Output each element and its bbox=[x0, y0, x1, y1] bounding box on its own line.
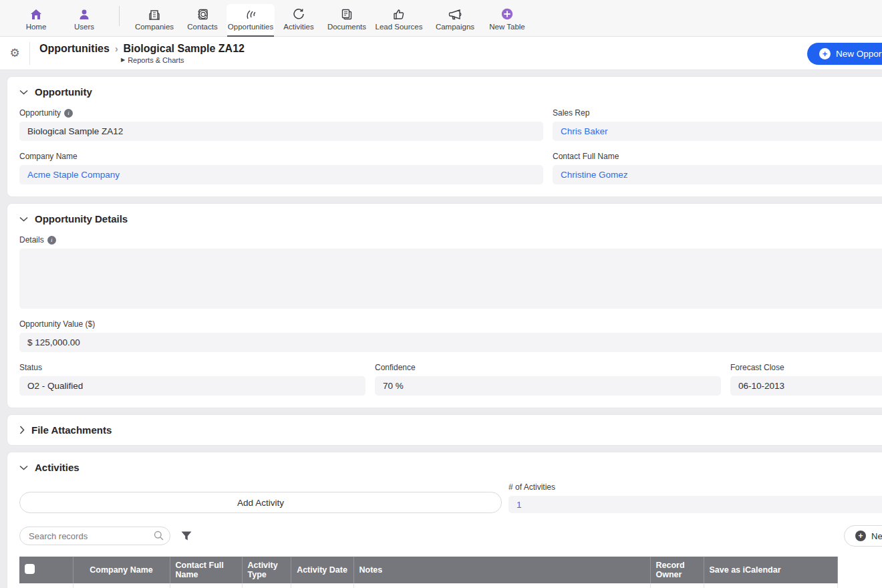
opportunity-section-header[interactable]: Opportunity bbox=[19, 86, 882, 98]
column-header-activity-date[interactable]: Activity Date bbox=[291, 557, 353, 583]
breadcrumb-parent[interactable]: Opportunities bbox=[39, 43, 110, 55]
column-header-contact-full-name[interactable]: Contact Full Name bbox=[170, 557, 242, 583]
info-icon[interactable]: i bbox=[64, 109, 73, 118]
chevron-down-icon bbox=[19, 216, 28, 222]
confidence-input[interactable]: 70 % bbox=[375, 376, 721, 396]
nav-item-label: Opportunities bbox=[228, 23, 273, 31]
search-input[interactable] bbox=[19, 527, 170, 545]
field-label: Opportunity bbox=[19, 108, 61, 118]
opportunity-field: Opportunity i Biological Sample ZA12 bbox=[19, 108, 543, 141]
caret-right-icon: ▶ bbox=[121, 57, 125, 63]
nav-item-label: Companies bbox=[135, 23, 174, 31]
nav-item-companies[interactable]: Companies bbox=[130, 4, 178, 35]
opportunity-section: Opportunity Opportunity i Biological Sam… bbox=[7, 76, 882, 197]
activities-section-header[interactable]: Activities bbox=[19, 462, 882, 473]
filter-icon[interactable] bbox=[181, 531, 192, 541]
nav-item-home[interactable]: Home bbox=[12, 4, 60, 35]
details-field: Details i bbox=[19, 235, 882, 309]
nav-item-lead-sources[interactable]: Lead Sources bbox=[371, 4, 427, 35]
nav-item-documents[interactable]: Documents bbox=[323, 4, 371, 35]
nav-item-users[interactable]: Users bbox=[60, 4, 108, 35]
column-header-company-name[interactable]: Company Name bbox=[73, 557, 170, 583]
column-header-record-owner[interactable]: Record Owner bbox=[650, 557, 704, 583]
nav-item-opportunities[interactable]: Opportunities bbox=[227, 4, 275, 35]
top-nav: Home Users Companies Contacts Opportuni bbox=[0, 0, 882, 37]
column-header-activity-type[interactable]: Activity Type bbox=[242, 557, 291, 583]
header-select-all bbox=[19, 557, 73, 583]
nav-item-label: Documents bbox=[327, 23, 366, 31]
add-activity-button[interactable]: Add Activity bbox=[19, 492, 502, 513]
companies-icon bbox=[148, 7, 160, 21]
field-label: Company Name bbox=[19, 152, 543, 161]
plus-icon: + bbox=[819, 48, 831, 59]
table-header-row: Company Name Contact Full Name Activity … bbox=[19, 557, 837, 583]
chevron-right-icon bbox=[19, 426, 25, 434]
forecast-close-field: Forecast Close 06-10-2013 bbox=[730, 363, 882, 396]
contact-full-name-link[interactable]: Christine Gomez bbox=[553, 165, 882, 184]
nav-item-label: Home bbox=[26, 23, 47, 31]
page: Home Users Companies Contacts Opportuni bbox=[0, 0, 882, 588]
chevron-down-icon bbox=[19, 465, 28, 470]
contacts-icon bbox=[196, 7, 208, 21]
field-label: Sales Rep bbox=[553, 108, 882, 118]
field-label: Details bbox=[19, 235, 44, 245]
new-record-button[interactable]: + New bbox=[844, 525, 882, 547]
company-name-link[interactable]: Acme Staple Company bbox=[19, 165, 543, 184]
opportunity-details-section-header[interactable]: Opportunity Details bbox=[19, 213, 882, 225]
status-input[interactable]: O2 - Qualified bbox=[19, 376, 365, 396]
opportunity-details-section: Opportunity Details Details i Opportunit… bbox=[7, 203, 882, 408]
opportunity-value-input[interactable]: $ 125,000.00 bbox=[19, 333, 882, 352]
opportunities-icon bbox=[244, 7, 257, 21]
status-field: Status O2 - Qualified bbox=[19, 363, 365, 396]
row-save-as-icalendar: btfh4647x?a=ICal&fid=96&rid=b bbox=[704, 583, 837, 588]
home-icon bbox=[30, 7, 42, 21]
column-header-save-as-icalendar[interactable]: Save as iCalendar bbox=[704, 557, 837, 583]
nav-item-label: Lead Sources bbox=[376, 23, 423, 31]
nav-item-contacts[interactable]: Contacts bbox=[178, 4, 227, 35]
chevron-down-icon bbox=[19, 90, 28, 95]
nav-item-label: Contacts bbox=[187, 23, 217, 31]
activities-icon bbox=[293, 7, 305, 21]
contact-full-name-field: Contact Full Name Christine Gomez bbox=[553, 152, 882, 184]
search-icon bbox=[154, 531, 164, 543]
select-all-checkbox[interactable] bbox=[25, 564, 35, 574]
reports-charts-link[interactable]: ▶ Reports & Charts bbox=[121, 56, 245, 64]
nav-item-label: New Table bbox=[489, 23, 525, 31]
field-label: Confidence bbox=[375, 363, 721, 372]
sales-rep-field: Sales Rep Chris Baker bbox=[553, 108, 882, 141]
nav-item-label: Campaigns bbox=[436, 23, 474, 31]
row-activity-type: Schedule bbox=[242, 583, 291, 588]
field-label: # of Activities bbox=[508, 482, 882, 492]
new-opportunity-button[interactable]: + New Opportunity bbox=[807, 43, 882, 65]
field-label: Opportunity Value ($) bbox=[19, 319, 882, 329]
row-controls bbox=[19, 583, 73, 588]
breadcrumb-bar: ⚙ Opportunities › Biological Sample ZA12… bbox=[0, 37, 882, 70]
lead-sources-icon bbox=[393, 7, 405, 21]
table-row: Acme Staple Company Christine Gomez Sche… bbox=[19, 583, 837, 588]
opportunity-value-field: Opportunity Value ($) $ 125,000.00 bbox=[19, 319, 882, 352]
sales-rep-link[interactable]: Chris Baker bbox=[553, 122, 882, 141]
gear-icon[interactable]: ⚙ bbox=[0, 46, 29, 60]
field-label: Forecast Close bbox=[730, 363, 882, 372]
info-icon[interactable]: i bbox=[47, 236, 56, 245]
column-header-notes[interactable]: Notes bbox=[353, 557, 650, 583]
activities-count-field: # of Activities 1 bbox=[508, 482, 882, 513]
field-label: Status bbox=[19, 363, 365, 372]
file-attachments-section: File Attachments bbox=[7, 414, 882, 446]
details-textarea[interactable] bbox=[19, 249, 882, 309]
section-title: Opportunity bbox=[35, 86, 92, 98]
forecast-close-input[interactable]: 06-10-2013 bbox=[730, 376, 882, 396]
documents-icon bbox=[341, 7, 353, 21]
section-title: File Attachments bbox=[31, 424, 112, 436]
field-label: Contact Full Name bbox=[553, 152, 882, 161]
activities-section: Activities Add Activity # of Activities … bbox=[7, 452, 882, 588]
nav-item-new-table[interactable]: New Table bbox=[483, 4, 531, 35]
campaigns-icon bbox=[448, 7, 462, 21]
page-title: Biological Sample ZA12 bbox=[124, 43, 245, 55]
section-title: Opportunity Details bbox=[35, 213, 128, 225]
company-name-field: Company Name Acme Staple Company bbox=[19, 152, 543, 184]
nav-item-campaigns[interactable]: Campaigns bbox=[427, 4, 483, 35]
file-attachments-section-header[interactable]: File Attachments bbox=[19, 424, 882, 436]
nav-item-activities[interactable]: Activities bbox=[275, 4, 323, 35]
opportunity-value[interactable]: Biological Sample ZA12 bbox=[19, 122, 543, 141]
